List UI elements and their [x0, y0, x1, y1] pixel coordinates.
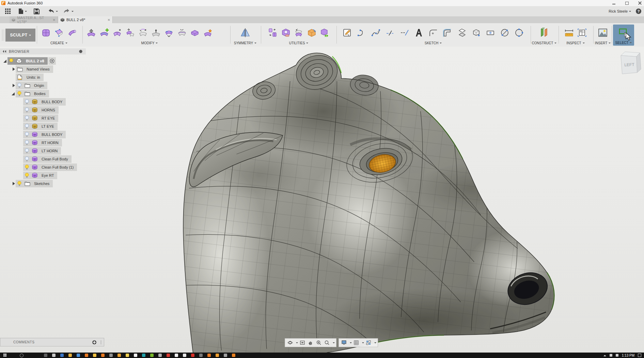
create-pipe-button[interactable]: [66, 26, 78, 40]
maximize-icon[interactable]: [625, 1, 629, 5]
taskbar-app-icon[interactable]: [85, 354, 88, 357]
inspect-menu[interactable]: INSPECT: [566, 41, 584, 46]
zoom-dropdown-icon[interactable]: [331, 339, 335, 346]
visibility-bulb-icon[interactable]: [16, 181, 23, 186]
tray-expand-icon[interactable]: [603, 354, 606, 356]
include-3d-geometry-button[interactable]: [470, 26, 482, 40]
visibility-bulb-icon[interactable]: [23, 99, 31, 105]
mirror-symmetry-button[interactable]: [239, 26, 251, 40]
tray-icon[interactable]: [610, 354, 612, 357]
tab-master-assembly[interactable]: MASTER A...ST v178* ✕: [10, 16, 58, 23]
tree-item-origin[interactable]: Origin: [0, 81, 86, 90]
taskbar-app-icon[interactable]: [167, 354, 170, 357]
taskbar-app-icon[interactable]: [207, 354, 211, 357]
tree-item-body[interactable]: BULL BODY: [0, 98, 86, 106]
tree-item-bodies[interactable]: Bodies: [0, 90, 86, 98]
insert-image-button[interactable]: [597, 26, 609, 40]
tree-item-body[interactable]: Eye RT: [0, 171, 86, 180]
taskbar-app-icon[interactable]: [126, 354, 129, 357]
tab-bull2[interactable]: BULL 2 v8* ✕: [58, 16, 113, 23]
visibility-bulb-icon[interactable]: [23, 165, 31, 170]
utilities-menu[interactable]: UTILITIES: [289, 41, 309, 46]
taskbar-app-icon[interactable]: [158, 354, 162, 357]
construct-menu[interactable]: CONSTRUCT: [532, 41, 557, 46]
visibility-bulb-icon[interactable]: [16, 91, 23, 96]
visibility-bulb-icon[interactable]: [23, 156, 31, 162]
taskbar-app-icon[interactable]: [117, 354, 121, 357]
taskbar-app-icon[interactable]: [60, 354, 64, 357]
weld-vertices-button[interactable]: [176, 26, 188, 40]
taskbar-app-icon[interactable]: [109, 354, 113, 357]
visibility-bulb-icon[interactable]: [7, 58, 15, 64]
line-tool-button[interactable]: [384, 26, 396, 40]
collapse-triangle-icon[interactable]: [10, 84, 16, 87]
display-mode-button[interactable]: [305, 26, 318, 40]
orbit-button[interactable]: [286, 339, 294, 346]
taskbar-clock[interactable]: 1:13 PM: [622, 354, 634, 357]
taskbar-app-icon[interactable]: [216, 354, 219, 357]
minimize-icon[interactable]: [612, 1, 616, 5]
3d-viewport[interactable]: BROWSER BULL 2 v8: [0, 47, 644, 353]
start-button[interactable]: [0, 353, 10, 358]
visibility-bulb-icon[interactable]: [23, 115, 31, 121]
enable-edit-button[interactable]: [318, 26, 331, 40]
taskbar-app-icon[interactable]: [183, 354, 186, 357]
create-sketch-button[interactable]: [341, 26, 354, 40]
pan-button[interactable]: [307, 339, 314, 346]
control-point-spline-button[interactable]: [370, 26, 382, 40]
display-settings-button[interactable]: [340, 339, 348, 346]
tree-item-body[interactable]: LT HORN: [0, 147, 86, 155]
insert-edge-button[interactable]: [98, 26, 110, 40]
taskbar-app-icon[interactable]: [77, 354, 80, 357]
activate-radio-icon[interactable]: [48, 57, 56, 65]
expand-triangle-icon[interactable]: [2, 60, 7, 63]
taskbar-app-icon[interactable]: [224, 354, 227, 357]
modify-menu[interactable]: MODIFY: [141, 41, 158, 46]
panel-options-icon[interactable]: [79, 50, 82, 53]
taskbar-app-icon[interactable]: [101, 354, 105, 357]
taskbar-app-icon[interactable]: [150, 354, 154, 357]
sketch-menu[interactable]: SKETCH: [425, 41, 442, 46]
merge-edge-button[interactable]: [124, 26, 136, 40]
redo-dropdown-icon[interactable]: [72, 11, 74, 13]
circle-diameter-button[interactable]: [499, 26, 511, 40]
taskbar-app-icon[interactable]: [44, 354, 47, 357]
browser-header[interactable]: BROWSER: [0, 48, 86, 55]
display-dropdown-icon[interactable]: [348, 339, 352, 346]
repair-body-button[interactable]: [280, 26, 292, 40]
file-menu-button[interactable]: [18, 7, 27, 15]
tree-item-body[interactable]: Clean Full Body (1): [0, 163, 86, 171]
taskbar-app-icon[interactable]: [191, 354, 194, 357]
create-box-button[interactable]: [40, 26, 52, 40]
taskbar-app-icon[interactable]: [199, 354, 203, 357]
action-center-icon[interactable]: [638, 354, 641, 357]
subdivide-button[interactable]: [111, 26, 123, 40]
tray-icon[interactable]: [616, 354, 618, 357]
tree-item-sketches[interactable]: Sketches: [0, 180, 86, 188]
sketch-text-button[interactable]: [413, 26, 425, 40]
taskbar-app-icon[interactable]: [52, 354, 56, 357]
add-comment-icon[interactable]: [92, 340, 96, 344]
visibility-bulb-icon[interactable]: [23, 148, 31, 154]
sketch-dimension-button[interactable]: [484, 26, 497, 40]
offset-tool-button[interactable]: [441, 26, 454, 40]
visibility-bulb-icon[interactable]: [23, 124, 31, 129]
taskbar-app-icon[interactable]: [93, 354, 96, 357]
tree-item-body[interactable]: RT HORN: [0, 139, 86, 147]
workspace-selector[interactable]: SCULPT: [5, 29, 35, 42]
help-button[interactable]: ?: [636, 9, 641, 14]
symmetry-menu[interactable]: SYMMETRY: [234, 41, 257, 46]
insert-menu[interactable]: INSERT: [595, 41, 611, 46]
undo-dropdown-icon[interactable]: [56, 11, 58, 13]
collapse-triangle-icon[interactable]: [10, 182, 16, 185]
construction-line-button[interactable]: [398, 26, 411, 40]
project-geometry-button[interactable]: [456, 26, 468, 40]
bridge-button[interactable]: [202, 26, 214, 40]
visibility-bulb-icon[interactable]: [16, 83, 23, 88]
convert-button[interactable]: [267, 26, 279, 40]
tree-item-body[interactable]: Clean Full Body: [0, 155, 86, 163]
fit-point-spline-button[interactable]: [356, 26, 368, 40]
orbit-dropdown-icon[interactable]: [295, 339, 298, 346]
visibility-bulb-icon[interactable]: [23, 173, 31, 178]
expand-triangle-icon[interactable]: [10, 92, 16, 95]
